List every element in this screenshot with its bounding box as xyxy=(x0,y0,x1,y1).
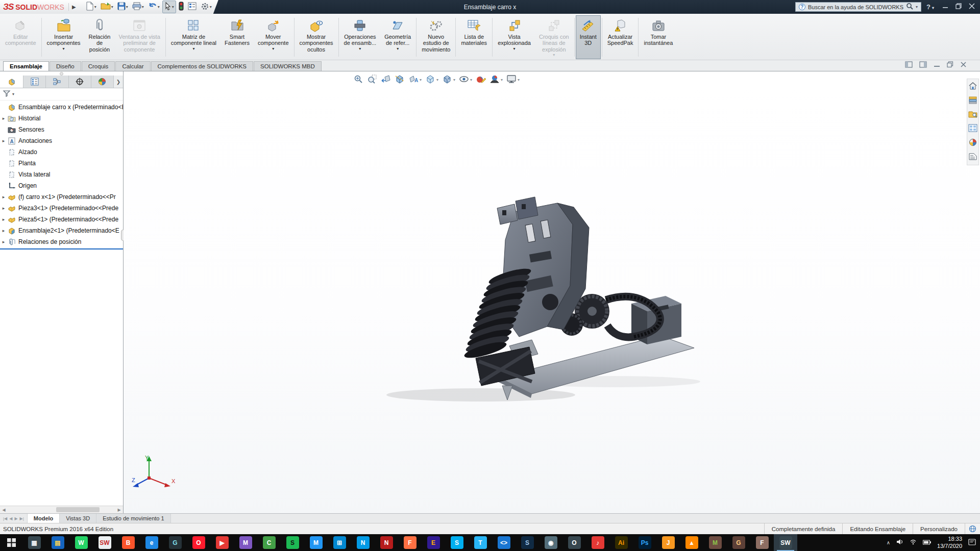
messenger-icon[interactable]: M xyxy=(304,534,328,551)
tree-item-sensores[interactable]: Sensores xyxy=(0,124,123,135)
select-tool-button[interactable]: ▾ xyxy=(162,1,176,13)
minimize-icon[interactable] xyxy=(942,3,948,11)
brave-icon[interactable]: B xyxy=(116,534,140,551)
expand-arrow-icon[interactable]: ▸ xyxy=(0,116,7,121)
search-icon[interactable] xyxy=(906,3,913,11)
tab-nav-arrow-1[interactable]: ◀ xyxy=(9,516,12,521)
dimxpertmanager-tab[interactable] xyxy=(69,76,91,88)
volume-icon[interactable] xyxy=(896,539,903,546)
smart-fasteners-button[interactable]: SmartFasteners xyxy=(220,15,254,59)
expand-arrow-icon[interactable]: ▸ xyxy=(0,194,7,199)
tree-item-historial[interactable]: ▸Historial xyxy=(0,113,123,124)
print-button-dropdown-icon[interactable]: ▾ xyxy=(142,5,144,9)
tree-item-alzado[interactable]: Alzado xyxy=(0,146,123,158)
taskbar-clock[interactable]: 18:33 13/7/2020 xyxy=(937,536,962,550)
media-player-icon[interactable]: M xyxy=(234,534,257,551)
featuremanager-tab[interactable] xyxy=(0,76,23,88)
search-dropdown-icon[interactable]: ▾ xyxy=(916,5,918,9)
reference-geometry-button[interactable]: Geometríade refer...▾ xyxy=(380,15,415,59)
3d-views-tab[interactable]: Vistas 3D xyxy=(60,514,96,523)
skype-icon[interactable]: S xyxy=(445,534,469,551)
network-icon[interactable] xyxy=(910,539,917,546)
update-speedpak-button[interactable]: ActualizarSpeedPak xyxy=(603,15,638,59)
save-button[interactable]: ▾ xyxy=(116,1,130,13)
assembly-features-button[interactable]: Operacionesde ensamb...▾ xyxy=(340,15,381,59)
options-button[interactable]: ▾ xyxy=(199,1,213,13)
options-button-dropdown-icon[interactable]: ▾ xyxy=(210,5,212,9)
help-search-box[interactable]: ? Buscar en la ayuda de SOLIDWORKS ▾ xyxy=(795,2,921,12)
eclipse-icon[interactable]: E xyxy=(422,534,445,551)
reference-geometry-button-dropdown-icon[interactable]: ▾ xyxy=(397,47,399,52)
tree-item-planta[interactable]: Planta xyxy=(0,158,123,169)
camera-icon[interactable]: ◉ xyxy=(539,534,562,551)
move-component-button-dropdown-icon[interactable]: ▾ xyxy=(272,47,274,52)
mate-button[interactable]: Relacióndeposición xyxy=(85,15,115,59)
menu-flyout-arrow[interactable]: ▶ xyxy=(68,3,79,11)
opera-icon[interactable]: O xyxy=(187,534,210,551)
files-icon[interactable]: F xyxy=(750,534,774,551)
tab-mbd[interactable]: SOLIDWORKS MBD xyxy=(254,61,322,71)
telegram-icon[interactable]: T xyxy=(469,534,492,551)
tree-item-origen[interactable]: Origen xyxy=(0,180,123,191)
save-button-dropdown-icon[interactable]: ▾ xyxy=(126,5,128,9)
safari-icon[interactable]: N xyxy=(351,534,375,551)
scroll-right-icon[interactable]: ▶ xyxy=(115,508,123,512)
spotify-icon[interactable]: S xyxy=(281,534,304,551)
bill-of-materials-button[interactable]: Lista demateriales xyxy=(457,15,491,59)
action-center-icon[interactable] xyxy=(968,539,976,547)
scroll-left-icon[interactable]: ◀ xyxy=(0,508,8,512)
insert-components-button[interactable]: Insertarcomponentes▾ xyxy=(43,15,85,59)
expand-arrow-icon[interactable]: ▸ xyxy=(0,206,7,211)
exploded-view-button-dropdown-icon[interactable]: ▾ xyxy=(513,47,516,52)
panel-grip[interactable] xyxy=(0,71,123,76)
games-icon[interactable]: G xyxy=(727,534,750,551)
select-tool-button-dropdown-icon[interactable]: ▾ xyxy=(172,5,174,9)
java-icon[interactable]: J xyxy=(656,534,680,551)
search-input[interactable]: Buscar en la ayuda de SOLIDWORKS xyxy=(808,4,903,10)
obs-icon[interactable]: O xyxy=(562,534,586,551)
tree-item-pieza5[interactable]: ▸Pieza5<1> (Predeterminado<<Prede xyxy=(0,214,123,225)
music-icon[interactable]: ♪ xyxy=(586,534,609,551)
tree-item-relaciones[interactable]: ▸Relaciones de posición xyxy=(0,236,123,247)
view-palette-tab[interactable] xyxy=(968,124,977,134)
undo-button-dropdown-icon[interactable]: ▾ xyxy=(158,5,160,9)
scrollbar-track[interactable] xyxy=(8,506,115,513)
linear-component-pattern-button[interactable]: Matriz decomponente lineal▾ xyxy=(167,15,220,59)
motion-study-tab[interactable]: Estudio de movimiento 1 xyxy=(96,514,170,523)
displaymanager-tab[interactable] xyxy=(91,76,114,88)
expand-arrow-icon[interactable]: ▸ xyxy=(0,217,7,222)
tree-item-carro-x[interactable]: ▸(f) carro x<1> (Predeterminado<<Pr xyxy=(0,191,123,203)
doc-minimize-button[interactable] xyxy=(934,61,940,69)
propertymanager-tab[interactable] xyxy=(23,76,46,88)
open-button-dropdown-icon[interactable]: ▾ xyxy=(111,5,113,9)
tab-nav-arrow-0[interactable]: |◀ xyxy=(3,516,7,521)
panel-flyout-chevron[interactable]: ❯ xyxy=(114,76,123,88)
firefox-icon[interactable]: F xyxy=(398,534,422,551)
tree-rollback-bar[interactable] xyxy=(0,248,123,249)
tab-complementos[interactable]: Complementos de SOLIDWORKS xyxy=(151,61,253,71)
take-snapshot-button[interactable]: Tomarinstantánea xyxy=(640,15,677,59)
chrome-icon[interactable]: C xyxy=(257,534,281,551)
doc-close-button[interactable] xyxy=(960,61,967,69)
tab-diseno[interactable]: Diseño xyxy=(50,61,81,71)
tree-item-root[interactable]: Ensamblaje carro x (Predeterminado<Est xyxy=(0,102,123,113)
move-component-button[interactable]: Movercomponente▾ xyxy=(254,15,293,59)
file-explorer-icon[interactable]: ▤ xyxy=(46,534,69,551)
illustrator-icon[interactable]: Ai xyxy=(609,534,633,551)
logitech-icon[interactable]: G xyxy=(163,534,187,551)
doc-restore-button[interactable] xyxy=(947,61,953,69)
linear-component-pattern-button-dropdown-icon[interactable]: ▾ xyxy=(192,47,194,52)
pane-toggle-left-button[interactable] xyxy=(905,61,913,69)
tree-item-anotaciones[interactable]: ▸AAnotaciones xyxy=(0,135,123,146)
assembly-features-button-dropdown-icon[interactable]: ▾ xyxy=(359,47,361,52)
configurationmanager-tab[interactable] xyxy=(46,76,68,88)
insert-components-button-dropdown-icon[interactable]: ▾ xyxy=(63,47,65,52)
tab-nav-arrow-3[interactable]: ▶| xyxy=(20,516,24,521)
tab-ensamblaje[interactable]: Ensamblaje xyxy=(3,61,49,71)
exploded-view-button[interactable]: Vistaexplosionada▾ xyxy=(494,15,535,59)
close-icon[interactable] xyxy=(969,3,975,11)
photoshop-icon[interactable]: Ps xyxy=(633,534,656,551)
battery-icon[interactable] xyxy=(923,539,931,546)
model-tab[interactable]: Modelo xyxy=(28,514,60,523)
new-document-button-dropdown-icon[interactable]: ▾ xyxy=(94,5,96,9)
